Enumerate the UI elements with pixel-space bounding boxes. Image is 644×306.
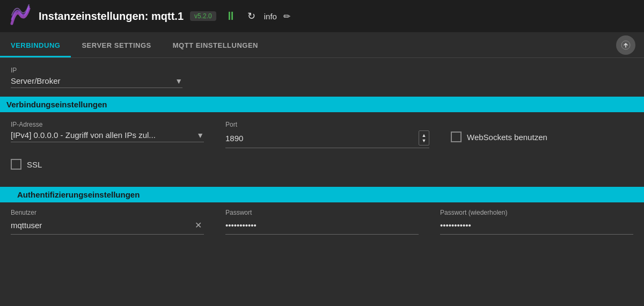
- passwort2-field: Passwort (wiederholen): [440, 209, 633, 235]
- chevron-down-icon: ▼: [175, 77, 182, 85]
- port-field: Port ▲ ▼: [225, 121, 429, 148]
- page-title: Instanzeinstellungen: mqtt.1: [39, 10, 184, 23]
- ip-adresse-label: IP-Adresse: [11, 121, 204, 128]
- section-authentifizierung: Authentifizierungseinstellungen: [0, 187, 644, 202]
- info-label: info: [264, 12, 277, 21]
- benutzer-clear-button[interactable]: ✕: [193, 220, 204, 230]
- upload-button[interactable]: [616, 35, 635, 55]
- benutzer-input-row: ✕: [11, 218, 204, 235]
- websockets-row: WebSockets benutzen: [451, 121, 547, 142]
- port-input-row: ▲ ▼: [225, 130, 429, 148]
- ip-port-row: IP-Adresse [IPv4] 0.0.0.0 - Zugriff von …: [11, 121, 633, 148]
- version-badge: v5.2.0: [190, 11, 216, 21]
- ip-select-value: Server/Broker: [11, 76, 175, 85]
- ip-field-label: IP: [11, 67, 633, 74]
- benutzer-label: Benutzer: [11, 209, 204, 216]
- ip-adresse-select[interactable]: [IPv4] 0.0.0.0 - Zugriff von allen IPs z…: [11, 130, 196, 140]
- passwort2-label: Passwort (wiederholen): [440, 209, 633, 216]
- passwort2-input-row: [440, 218, 633, 235]
- ssl-label: SSL: [27, 160, 42, 169]
- ssl-row: SSL: [11, 159, 633, 170]
- header: Instanzeinstellungen: mqtt.1 v5.2.0 ⏸ ↻ …: [0, 0, 644, 32]
- logo-icon: [9, 4, 32, 28]
- pause-button[interactable]: ⏸: [223, 7, 239, 25]
- passwort-input-row: [225, 218, 419, 235]
- port-label: Port: [225, 121, 429, 128]
- ip-adresse-field: IP-Adresse [IPv4] 0.0.0.0 - Zugriff von …: [11, 121, 204, 142]
- tabs-bar: VERBINDUNG SERVER SETTINGS MQTT EINSTELL…: [0, 32, 644, 58]
- ip-adresse-select-row[interactable]: [IPv4] 0.0.0.0 - Zugriff von allen IPs z…: [11, 130, 204, 142]
- ip-chevron-icon: ▼: [196, 131, 204, 140]
- edit-button[interactable]: ✏: [283, 11, 290, 21]
- passwort-input[interactable]: [225, 218, 419, 232]
- websockets-checkbox[interactable]: [451, 132, 462, 142]
- ip-select-row[interactable]: Server/Broker ▼: [11, 76, 182, 88]
- ssl-checkbox[interactable]: [11, 159, 21, 170]
- port-input[interactable]: [225, 132, 419, 145]
- tab-server-settings[interactable]: SERVER SETTINGS: [71, 35, 162, 57]
- websockets-label: WebSockets benutzen: [467, 133, 547, 142]
- benutzer-input[interactable]: [11, 218, 193, 232]
- upload-icon: [621, 40, 631, 50]
- passwort2-input[interactable]: [440, 218, 633, 232]
- passwort-field: Passwort: [225, 209, 419, 235]
- section-verbindungseinstellungen: Verbindungseinstellungen: [0, 97, 644, 112]
- main-content: IP Server/Broker ▼ Verbindungseinstellun…: [0, 58, 644, 178]
- tab-verbindung[interactable]: VERBINDUNG: [0, 35, 71, 57]
- auth-row: Benutzer ✕ Passwort Passwort (wiederhole…: [0, 202, 644, 235]
- passwort-label: Passwort: [225, 209, 419, 216]
- port-spinner[interactable]: ▲ ▼: [419, 130, 429, 145]
- benutzer-field: Benutzer ✕: [11, 209, 204, 235]
- refresh-button[interactable]: ↻: [245, 8, 258, 24]
- tab-mqtt-einstellungen[interactable]: MQTT EINSTELLUNGEN: [162, 35, 269, 57]
